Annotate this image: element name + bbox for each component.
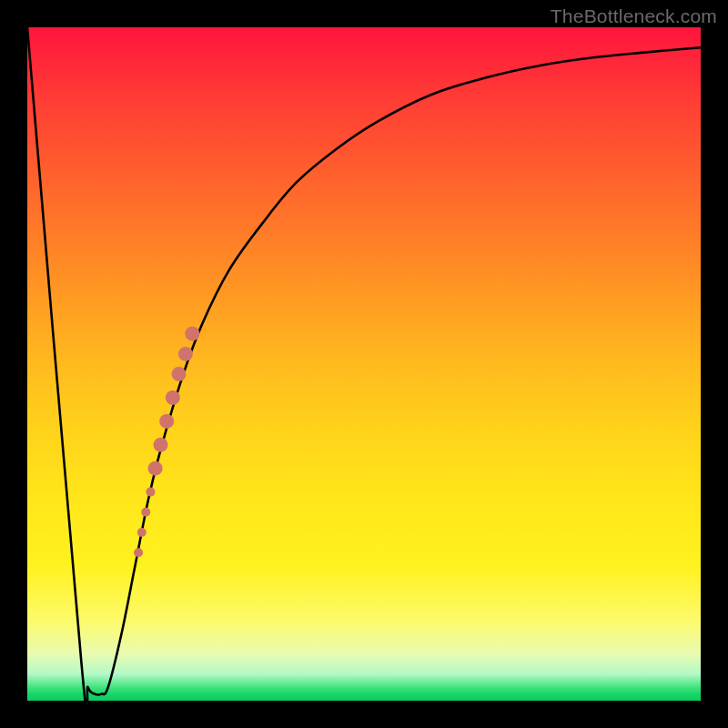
marker-dot	[148, 461, 163, 476]
chart-frame: TheBottleneck.com	[0, 0, 728, 728]
marker-dot	[137, 528, 147, 537]
bottleneck-curve	[27, 27, 701, 720]
chart-svg	[27, 27, 701, 701]
marker-dot	[154, 438, 168, 452]
plot-area	[27, 27, 701, 701]
marker-dot	[134, 548, 143, 557]
marker-dot	[146, 488, 155, 497]
marker-dot	[172, 367, 187, 381]
marker-dot	[166, 390, 180, 405]
marker-dot	[159, 414, 174, 429]
marker-dot	[178, 347, 193, 361]
marker-dot	[141, 508, 150, 517]
watermark-text: TheBottleneck.com	[551, 5, 717, 27]
marker-dot	[185, 327, 199, 341]
